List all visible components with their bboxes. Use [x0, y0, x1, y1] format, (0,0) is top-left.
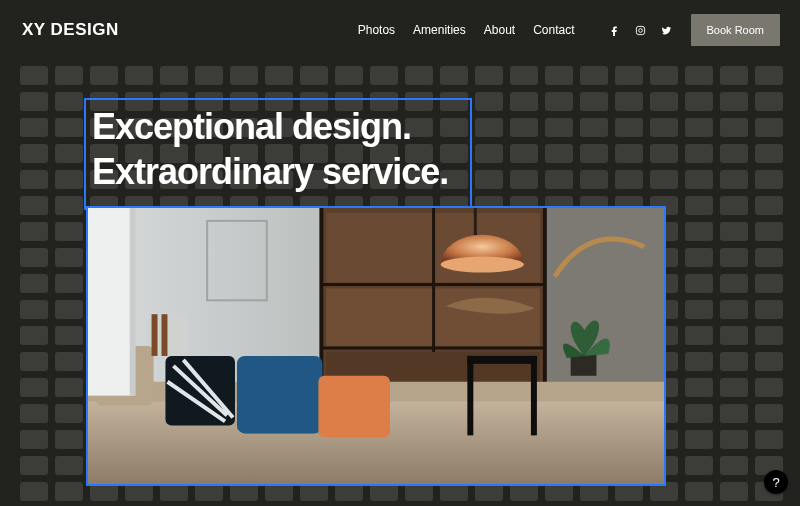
- grid-tile[interactable]: [650, 92, 678, 111]
- grid-tile[interactable]: [20, 66, 48, 85]
- grid-tile[interactable]: [615, 118, 643, 137]
- grid-tile[interactable]: [475, 118, 503, 137]
- facebook-icon[interactable]: [609, 24, 621, 36]
- grid-tile[interactable]: [685, 378, 713, 397]
- grid-tile[interactable]: [20, 222, 48, 241]
- grid-tile[interactable]: [685, 430, 713, 449]
- grid-tile[interactable]: [160, 66, 188, 85]
- grid-tile[interactable]: [755, 118, 783, 137]
- grid-tile[interactable]: [720, 144, 748, 163]
- grid-tile[interactable]: [720, 274, 748, 293]
- grid-tile[interactable]: [720, 482, 748, 501]
- nav-photos[interactable]: Photos: [358, 23, 395, 37]
- grid-tile[interactable]: [265, 66, 293, 85]
- grid-tile[interactable]: [20, 248, 48, 267]
- grid-tile[interactable]: [720, 170, 748, 189]
- grid-tile[interactable]: [475, 92, 503, 111]
- grid-tile[interactable]: [20, 144, 48, 163]
- headline-selection[interactable]: Exceptional design. Extraordinary servic…: [84, 98, 472, 210]
- grid-tile[interactable]: [650, 118, 678, 137]
- grid-tile[interactable]: [55, 326, 83, 345]
- grid-tile[interactable]: [55, 404, 83, 423]
- grid-tile[interactable]: [685, 144, 713, 163]
- book-room-button[interactable]: Book Room: [691, 14, 780, 46]
- grid-tile[interactable]: [545, 118, 573, 137]
- grid-tile[interactable]: [55, 352, 83, 371]
- grid-tile[interactable]: [20, 404, 48, 423]
- grid-tile[interactable]: [55, 430, 83, 449]
- grid-tile[interactable]: [720, 456, 748, 475]
- grid-tile[interactable]: [20, 430, 48, 449]
- grid-tile[interactable]: [510, 92, 538, 111]
- grid-tile[interactable]: [55, 66, 83, 85]
- grid-tile[interactable]: [755, 404, 783, 423]
- grid-tile[interactable]: [720, 248, 748, 267]
- grid-tile[interactable]: [685, 326, 713, 345]
- grid-tile[interactable]: [20, 456, 48, 475]
- grid-tile[interactable]: [755, 352, 783, 371]
- grid-tile[interactable]: [20, 300, 48, 319]
- grid-tile[interactable]: [545, 144, 573, 163]
- grid-tile[interactable]: [685, 170, 713, 189]
- nav-amenities[interactable]: Amenities: [413, 23, 466, 37]
- grid-tile[interactable]: [300, 66, 328, 85]
- grid-tile[interactable]: [20, 118, 48, 137]
- grid-tile[interactable]: [685, 274, 713, 293]
- grid-tile[interactable]: [755, 274, 783, 293]
- grid-tile[interactable]: [755, 92, 783, 111]
- grid-tile[interactable]: [20, 196, 48, 215]
- grid-tile[interactable]: [615, 144, 643, 163]
- grid-tile[interactable]: [685, 222, 713, 241]
- twitter-icon[interactable]: [661, 24, 673, 36]
- grid-tile[interactable]: [440, 66, 468, 85]
- grid-tile[interactable]: [580, 144, 608, 163]
- grid-tile[interactable]: [405, 66, 433, 85]
- grid-tile[interactable]: [20, 326, 48, 345]
- grid-tile[interactable]: [335, 66, 363, 85]
- grid-tile[interactable]: [755, 222, 783, 241]
- grid-tile[interactable]: [720, 92, 748, 111]
- grid-tile[interactable]: [510, 66, 538, 85]
- grid-tile[interactable]: [720, 300, 748, 319]
- grid-tile[interactable]: [685, 118, 713, 137]
- grid-tile[interactable]: [580, 118, 608, 137]
- grid-tile[interactable]: [90, 66, 118, 85]
- grid-tile[interactable]: [615, 170, 643, 189]
- help-button[interactable]: ?: [764, 470, 788, 494]
- grid-tile[interactable]: [755, 170, 783, 189]
- grid-tile[interactable]: [720, 430, 748, 449]
- grid-tile[interactable]: [720, 196, 748, 215]
- grid-tile[interactable]: [510, 118, 538, 137]
- grid-tile[interactable]: [720, 118, 748, 137]
- grid-tile[interactable]: [685, 300, 713, 319]
- grid-tile[interactable]: [475, 170, 503, 189]
- grid-tile[interactable]: [545, 66, 573, 85]
- grid-tile[interactable]: [755, 144, 783, 163]
- grid-tile[interactable]: [580, 170, 608, 189]
- grid-tile[interactable]: [545, 92, 573, 111]
- grid-tile[interactable]: [125, 66, 153, 85]
- grid-tile[interactable]: [755, 66, 783, 85]
- grid-tile[interactable]: [20, 352, 48, 371]
- grid-tile[interactable]: [510, 144, 538, 163]
- grid-tile[interactable]: [650, 66, 678, 85]
- grid-tile[interactable]: [755, 430, 783, 449]
- grid-tile[interactable]: [720, 404, 748, 423]
- grid-tile[interactable]: [55, 274, 83, 293]
- grid-tile[interactable]: [685, 456, 713, 475]
- grid-tile[interactable]: [580, 92, 608, 111]
- grid-tile[interactable]: [685, 482, 713, 501]
- grid-tile[interactable]: [545, 170, 573, 189]
- grid-tile[interactable]: [20, 274, 48, 293]
- grid-tile[interactable]: [650, 170, 678, 189]
- grid-tile[interactable]: [55, 196, 83, 215]
- grid-tile[interactable]: [195, 66, 223, 85]
- grid-tile[interactable]: [55, 118, 83, 137]
- grid-tile[interactable]: [685, 404, 713, 423]
- grid-tile[interactable]: [55, 300, 83, 319]
- grid-tile[interactable]: [20, 92, 48, 111]
- grid-tile[interactable]: [685, 196, 713, 215]
- grid-tile[interactable]: [650, 144, 678, 163]
- grid-tile[interactable]: [55, 456, 83, 475]
- grid-tile[interactable]: [510, 170, 538, 189]
